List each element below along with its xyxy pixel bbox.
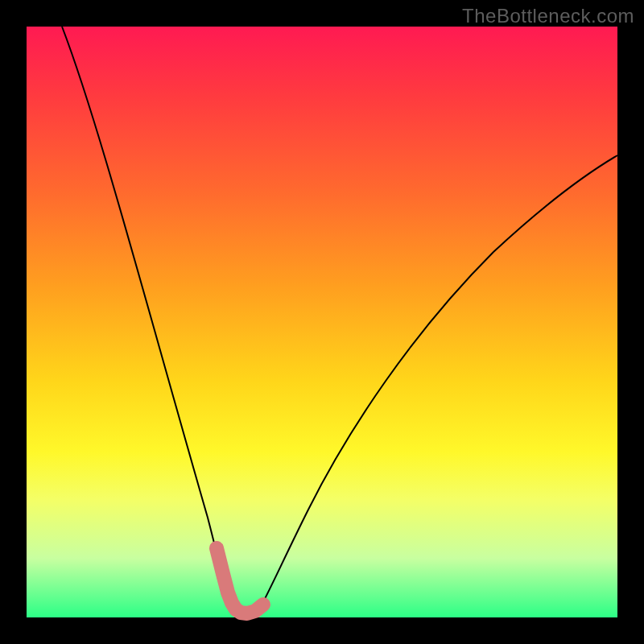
plot-svg — [27, 27, 617, 617]
minimum-highlight — [217, 548, 263, 613]
plot-area — [27, 27, 617, 617]
chart-frame: TheBottleneck.com — [0, 0, 644, 644]
watermark-text: TheBottleneck.com — [462, 5, 634, 27]
bottleneck-curve — [62, 27, 617, 616]
